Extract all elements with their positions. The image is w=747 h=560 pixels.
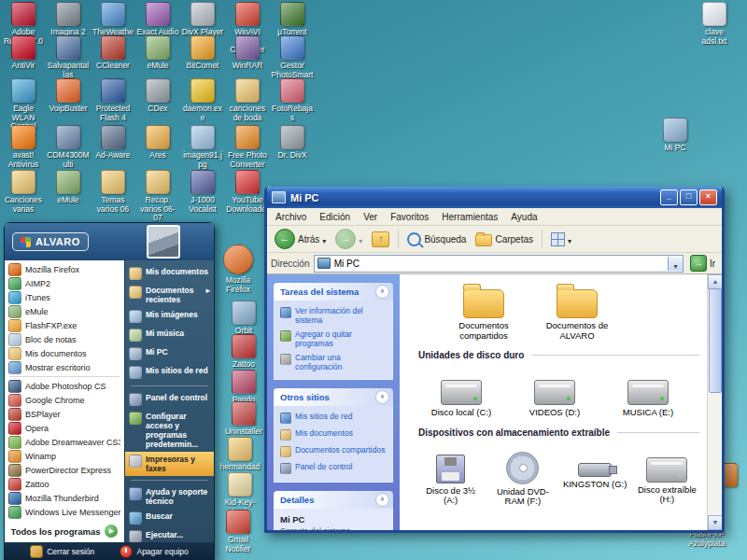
back-button[interactable]: Atrás [271, 227, 330, 251]
system-tasks-header[interactable]: Tareas del sistema [274, 283, 393, 301]
desktop-icon[interactable]: Protected Flash 4 [92, 78, 134, 122]
desktop-icon[interactable]: Pando [222, 370, 265, 405]
desktop-icon[interactable]: Canciones varias [2, 170, 45, 214]
other-places-header[interactable]: Otros sitios [274, 388, 393, 406]
desktop-icon[interactable]: Temas varios 06 [92, 170, 134, 214]
scroll-down-arrow-icon[interactable] [708, 515, 722, 530]
start-program-item[interactable]: Adobe Dreamweaver CS3 [6, 435, 123, 449]
place-link[interactable]: Documentos compartidos [280, 445, 388, 457]
place-link[interactable]: Mis documentos [280, 428, 388, 441]
desktop-icon[interactable]: Mi PC [654, 118, 697, 153]
logoff-button[interactable]: Cerrar sesión [30, 545, 94, 558]
start-config-item[interactable]: Impresoras y faxes [125, 452, 214, 476]
start-program-item[interactable]: FlashFXP.exe [6, 318, 123, 332]
file-item[interactable]: Documentos de ALVARO [534, 282, 620, 341]
start-place-item[interactable]: Mis documentos [125, 264, 214, 283]
menu-item[interactable]: Ayuda [504, 212, 543, 222]
desktop-icon[interactable]: Gestor PhotoSmart [271, 35, 314, 79]
start-program-item[interactable]: Mis documentos [6, 346, 123, 360]
start-program-item[interactable]: iTunes [6, 290, 123, 304]
desktop-icon[interactable]: Ares [136, 125, 179, 161]
folders-button[interactable]: Carpetas [472, 231, 537, 248]
desktop-icon[interactable]: YouTube Downloader [226, 170, 269, 214]
details-header[interactable]: Detalles [274, 491, 393, 509]
drive-item[interactable]: MUSICA (E:) [605, 370, 691, 418]
start-program-item[interactable]: Mostrar escritorio [6, 360, 123, 374]
removable-item[interactable]: Disco extraíble (H:) [635, 447, 699, 507]
place-link[interactable]: Panel de control [280, 462, 388, 474]
minimize-button[interactable] [660, 189, 678, 205]
go-button[interactable]: Ir [687, 255, 718, 272]
desktop-icon[interactable]: CCleaner [92, 35, 134, 71]
start-program-item[interactable]: Adobe Photoshop CS [6, 379, 123, 393]
views-button[interactable] [547, 229, 575, 249]
start-program-item[interactable]: Bloc de notas [6, 332, 123, 346]
collapse-chevron-icon[interactable] [375, 390, 389, 404]
collapse-chevron-icon[interactable] [375, 285, 389, 299]
task-link[interactable]: Agregar o quitar programas [280, 329, 388, 348]
start-config-item[interactable]: Configurar acceso y programas predetermi… [125, 409, 214, 452]
desktop-icon[interactable]: Orbit [222, 301, 265, 336]
desktop-icon[interactable]: Uninstaller [222, 401, 265, 437]
start-program-item[interactable]: Zattoo [6, 477, 123, 491]
menu-item[interactable]: Edición [313, 212, 357, 222]
start-place-item[interactable]: Documentos recientes [125, 283, 214, 307]
shutdown-button[interactable]: Apagar equipo [120, 545, 188, 558]
start-place-item[interactable]: Mis imágenes [125, 307, 214, 326]
start-program-item[interactable]: Mozilla Thunderbird [6, 491, 123, 505]
start-program-item[interactable]: BSPlayer [6, 407, 123, 421]
desktop-icon[interactable]: Dr. DivX [271, 125, 314, 161]
forward-button[interactable] [331, 227, 366, 251]
desktop-icon[interactable]: FotoRebajas [271, 78, 314, 122]
desktop-icon[interactable]: eMule [136, 35, 179, 71]
close-button[interactable] [699, 189, 717, 205]
start-program-item[interactable]: Winamp [6, 449, 123, 463]
menu-item[interactable]: Favoritos [384, 212, 435, 222]
desktop-icon[interactable]: VoipBuster [47, 78, 90, 114]
start-system-item[interactable]: Buscar [125, 509, 214, 527]
desktop-icon[interactable]: CDM4300Multi [47, 125, 90, 169]
removable-item[interactable]: KINGSTON (G:) [563, 447, 627, 507]
desktop-icon[interactable]: daemon.exe [181, 78, 224, 122]
menu-item[interactable]: Herramientas [435, 212, 504, 222]
scroll-up-arrow-icon[interactable] [708, 274, 722, 289]
all-programs-button[interactable]: Todos los programas [6, 522, 123, 540]
drive-item[interactable]: Disco local (C:) [418, 370, 504, 418]
start-program-item[interactable]: Opera [6, 421, 123, 435]
desktop-icon[interactable]: Mozilla Firefox [217, 245, 260, 294]
desktop-icon[interactable]: CDex [136, 78, 179, 114]
place-link[interactable]: Mis sitios de red [280, 412, 388, 424]
menu-item[interactable]: Archivo [269, 212, 313, 222]
start-system-item[interactable]: Ejecutar... [125, 527, 214, 542]
start-program-item[interactable]: Google Chrome [6, 393, 123, 407]
desktop-icon[interactable]: J-1000 Vocalist [181, 170, 224, 214]
drive-item[interactable]: VIDEOS (D:) [512, 370, 598, 418]
removable-item[interactable]: Unidad DVD-RAM (F:) [490, 447, 555, 507]
desktop-icon[interactable]: canciones de boda [226, 78, 269, 122]
desktop-icon[interactable]: µTorrent [271, 2, 314, 37]
scroll-thumb[interactable] [709, 288, 722, 393]
start-program-item[interactable]: eMule [6, 304, 123, 318]
up-button[interactable] [368, 230, 393, 249]
desktop-icon[interactable]: Free Photo Converter [226, 125, 269, 169]
address-dropdown[interactable] [668, 257, 683, 271]
start-program-item[interactable]: Windows Live Messenger [6, 505, 123, 519]
task-link[interactable]: Ver información del sistema [280, 306, 388, 325]
file-item[interactable]: Documentos compartidos [441, 282, 527, 341]
desktop-icon[interactable]: WinRAR [226, 35, 269, 71]
menu-item[interactable]: Ver [357, 212, 384, 222]
start-program-item[interactable]: AIMP2 [6, 276, 123, 290]
desktop-icon[interactable]: Zattoo [222, 334, 265, 370]
desktop-icon[interactable]: eMule [47, 170, 90, 205]
title-bar[interactable]: Mi PC [267, 187, 722, 208]
start-program-item[interactable]: Mozilla Firefox [6, 262, 123, 276]
vertical-scrollbar[interactable] [707, 274, 722, 530]
desktop-icon[interactable]: Recop. varios 06-07 [136, 170, 179, 223]
desktop-icon[interactable]: Salvapantallas [47, 35, 90, 79]
collapse-chevron-icon[interactable] [375, 493, 389, 507]
desktop-icon[interactable]: clave adsl.txt [693, 2, 736, 46]
task-link[interactable]: Cambiar una configuración [280, 353, 388, 371]
start-place-item[interactable]: Mi PC [125, 344, 214, 363]
start-place-item[interactable]: Mis sitios de red [125, 363, 214, 382]
address-input[interactable]: Mi PC [314, 255, 684, 273]
